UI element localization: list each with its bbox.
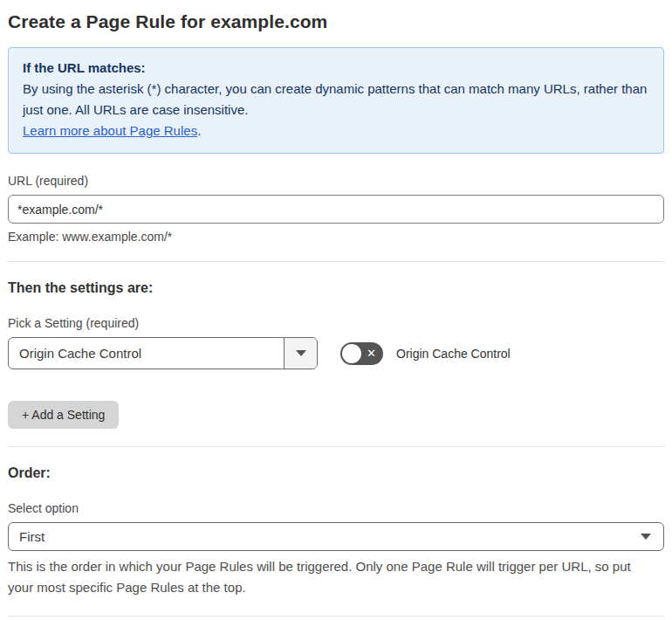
add-setting-button[interactable]: + Add a Setting <box>8 401 119 429</box>
pick-setting-label: Pick a Setting (required) <box>8 316 664 330</box>
order-select-value: First <box>19 529 641 544</box>
chevron-down-icon <box>641 534 651 540</box>
divider <box>8 261 664 262</box>
url-field-label: URL (required) <box>8 174 664 188</box>
toggle-off-x-icon: ✕ <box>367 348 376 359</box>
chevron-down-icon <box>296 350 306 356</box>
info-box-heading: If the URL matches: <box>23 58 649 79</box>
order-select-label: Select option <box>8 501 664 515</box>
setting-select-arrow-button[interactable] <box>284 338 317 369</box>
create-page-rule-panel: Create a Page Rule for example.com If th… <box>0 0 672 620</box>
url-example-text: Example: www.example.com/* <box>8 230 664 244</box>
divider <box>8 616 664 617</box>
order-section-heading: Order: <box>8 465 664 481</box>
toggle-label: Origin Cache Control <box>396 347 511 361</box>
learn-more-link[interactable]: Learn more about Page Rules <box>23 123 197 138</box>
page-title: Create a Page Rule for example.com <box>8 11 664 32</box>
info-box-link-line: Learn more about Page Rules. <box>23 121 649 141</box>
url-match-info-box: If the URL matches: By using the asteris… <box>8 47 664 154</box>
url-input[interactable] <box>8 195 664 224</box>
setting-select-value: Origin Cache Control <box>9 338 284 369</box>
order-select[interactable]: First <box>8 522 664 551</box>
setting-select[interactable]: Origin Cache Control <box>8 337 318 369</box>
order-help-text: This is the order in which your Page Rul… <box>8 556 658 598</box>
toggle-knob <box>342 344 361 363</box>
info-box-body: By using the asterisk (*) character, you… <box>23 79 649 121</box>
origin-cache-control-toggle[interactable]: ✕ <box>340 342 383 365</box>
divider <box>8 446 664 447</box>
settings-section-heading: Then the settings are: <box>8 280 664 296</box>
setting-row: Origin Cache Control ✕ Origin Cache Cont… <box>8 337 664 369</box>
link-suffix: . <box>197 123 201 138</box>
